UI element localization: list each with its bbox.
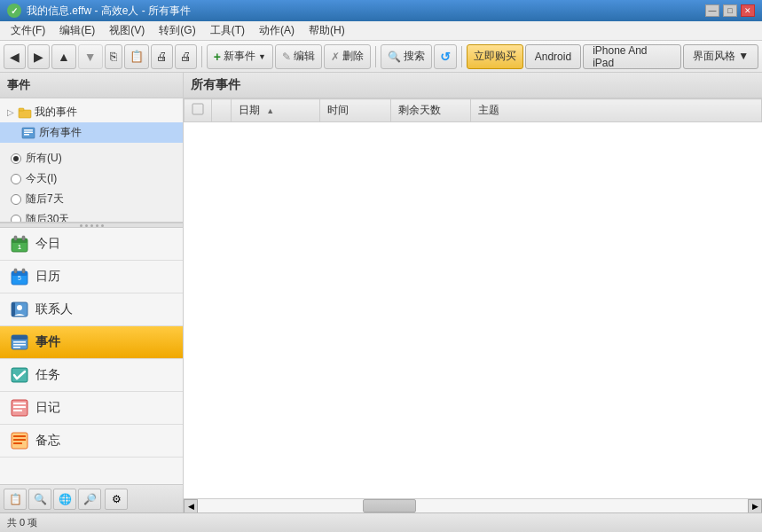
filter-30days[interactable]: 随后30天 [11, 209, 172, 223]
nav-tasks[interactable]: 任务 [0, 359, 183, 392]
up-button[interactable]: ▲ [51, 44, 76, 69]
nav-items: 1 今日 5 日历 [0, 228, 183, 484]
down-button[interactable]: ▼ [78, 44, 103, 69]
nav-memo[interactable]: 备忘 [0, 425, 183, 458]
search-label: 搜索 [404, 49, 425, 64]
android-button[interactable]: Android [525, 44, 581, 69]
close-button[interactable]: ✕ [741, 4, 755, 17]
radio-7days-dot [11, 194, 21, 205]
buy-label: 立即购买 [474, 49, 516, 64]
my-events-item[interactable]: ▷ 我的事件 [0, 102, 183, 122]
delete-label: 删除 [342, 49, 364, 64]
table-container[interactable]: 日期 ▲ 时间 剩余天数 主题 [184, 98, 762, 498]
nav-calendar[interactable]: 5 日历 [0, 261, 183, 293]
svg-rect-32 [13, 442, 22, 444]
nav-contacts-label: 联系人 [35, 301, 73, 317]
nav-diary[interactable]: 日记 [0, 392, 183, 425]
svg-rect-27 [13, 406, 26, 408]
svg-rect-15 [22, 269, 25, 273]
filter-today-label: 今天(I) [26, 171, 57, 186]
maximize-button[interactable]: □ [723, 4, 737, 17]
up-icon: ▲ [58, 50, 70, 64]
buy-button[interactable]: 立即购买 [467, 44, 523, 69]
new-event-button[interactable]: + 新事件 ▼ [207, 44, 273, 69]
filter-all[interactable]: 所有(U) [11, 148, 172, 168]
paste-icon: 📋 [130, 50, 144, 63]
h-scroll-left[interactable]: ◀ [184, 499, 198, 513]
nav-today-label: 今日 [35, 236, 60, 252]
svg-rect-14 [14, 269, 17, 273]
menu-action[interactable]: 动作(A) [252, 21, 302, 40]
paste-button[interactable]: 📋 [124, 44, 149, 69]
print2-button[interactable]: 🖨 [175, 44, 197, 69]
menu-file[interactable]: 文件(F) [4, 21, 52, 40]
table-header-row: 日期 ▲ 时间 剩余天数 主题 [185, 99, 762, 122]
toolbar-separator-1 [201, 46, 202, 67]
right-panel-header: 所有事件 [184, 73, 762, 98]
iphone-ipad-button[interactable]: iPhone And iPad [583, 44, 681, 69]
print-icon: 🖨 [156, 50, 168, 63]
menu-goto[interactable]: 转到(G) [152, 21, 202, 40]
lb-zoom-icon: 🔎 [83, 493, 97, 505]
menu-view[interactable]: 视图(V) [102, 21, 152, 40]
search-button[interactable]: 🔍 搜索 [381, 44, 432, 69]
col-date[interactable]: 日期 ▲ [232, 99, 320, 122]
window-controls[interactable]: — □ ✕ [705, 4, 755, 17]
filter-today[interactable]: 今天(I) [11, 168, 172, 189]
new-event-dropdown-icon: ▼ [258, 52, 266, 61]
h-scroll-track[interactable] [198, 499, 748, 512]
folder-icon [18, 106, 32, 120]
tree-area[interactable]: ▷ 我的事件 所有事件 [0, 98, 183, 223]
svg-rect-33 [192, 104, 203, 114]
menu-help[interactable]: 帮助(H) [302, 21, 352, 40]
lb-zoom-button[interactable]: 🔎 [78, 489, 101, 510]
search-icon: 🔍 [388, 51, 401, 63]
filter-7days[interactable]: 随后7天 [11, 189, 172, 209]
edit-button[interactable]: ✎ 编辑 [275, 44, 322, 69]
left-panel: 事件 ▷ 我的事件 [0, 73, 184, 512]
svg-rect-22 [13, 344, 26, 346]
delete-button[interactable]: ✗ 删除 [324, 44, 371, 69]
all-events-item[interactable]: 所有事件 [0, 122, 183, 143]
lb-search-button[interactable]: 🔍 [28, 489, 51, 510]
tasks-icon [11, 366, 28, 384]
sort-arrow: ▲ [266, 106, 274, 115]
col-icon [185, 99, 212, 122]
left-panel-header: 事件 [0, 73, 183, 98]
h-scroll-right[interactable]: ▶ [748, 499, 762, 513]
lb-new-button[interactable]: 📋 [4, 489, 27, 510]
col-remaining: 剩余天数 [391, 99, 471, 122]
back-button[interactable]: ◀ [4, 44, 26, 69]
forward-button[interactable]: ▶ [27, 44, 50, 69]
left-bottom-toolbar: 📋 🔍 🌐 🔎 ⚙ [0, 484, 183, 512]
new-event-icon: + [214, 50, 221, 64]
nav-today[interactable]: 1 今日 [0, 228, 183, 261]
diary-icon [11, 399, 28, 417]
menu-tools[interactable]: 工具(T) [203, 21, 252, 40]
events-table: 日期 ▲ 时间 剩余天数 主题 [184, 98, 762, 122]
horizontal-scrollbar[interactable]: ◀ ▶ [184, 498, 762, 512]
new-event-label: 新事件 [224, 49, 255, 64]
nav-events[interactable]: 事件 [0, 326, 183, 359]
memo-icon [11, 432, 28, 450]
lb-settings-button[interactable]: ⚙ [105, 489, 128, 510]
events-nav-icon [11, 333, 28, 351]
menu-edit[interactable]: 编辑(E) [52, 21, 102, 40]
ui-style-button[interactable]: 界面风格 ▼ [683, 44, 758, 69]
nav-events-label: 事件 [35, 334, 60, 350]
copy-icon: ⎘ [110, 50, 117, 63]
refresh-button[interactable]: ↺ [434, 44, 457, 69]
radio-all-dot [11, 153, 21, 164]
nav-contacts[interactable]: 联系人 [0, 293, 183, 326]
edit-icon: ✎ [282, 51, 291, 63]
radio-30days-dot [11, 215, 21, 223]
forward-icon: ▶ [34, 50, 43, 64]
resize-dot-1 [80, 224, 82, 227]
minimize-button[interactable]: — [705, 4, 719, 17]
window-title: 我的信息.effw - 高效e人 - 所有事件 [27, 4, 191, 19]
refresh-icon: ↺ [440, 50, 451, 64]
lb-web-button[interactable]: 🌐 [53, 489, 76, 510]
h-scroll-thumb[interactable] [363, 499, 416, 512]
print-button[interactable]: 🖨 [151, 44, 173, 69]
copy-button[interactable]: ⎘ [105, 44, 122, 69]
